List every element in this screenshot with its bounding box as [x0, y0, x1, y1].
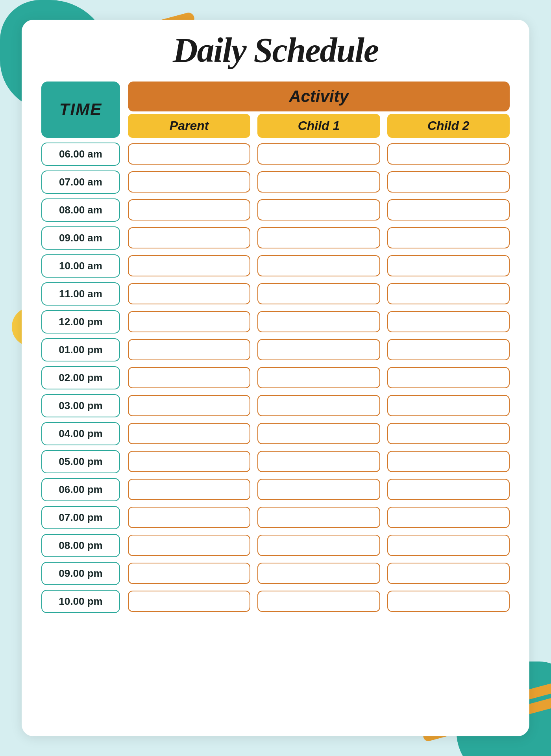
table-row: 05.00 pm — [41, 450, 510, 473]
time-cell: 01.00 pm — [41, 338, 120, 361]
activity-input-cell[interactable] — [387, 255, 510, 276]
time-header-cell: TIME — [41, 82, 120, 138]
table-row: 07.00 pm — [41, 506, 510, 529]
activity-input-cell[interactable] — [387, 199, 510, 220]
activity-input-cell[interactable] — [128, 199, 250, 220]
activity-input-cell[interactable] — [257, 171, 380, 193]
activity-input-cell[interactable] — [387, 143, 510, 165]
activity-input-cell[interactable] — [257, 479, 380, 500]
activity-input-cell[interactable] — [387, 339, 510, 360]
activity-cells — [128, 255, 510, 276]
table-row: 12.00 pm — [41, 310, 510, 334]
activity-input-cell[interactable] — [128, 311, 250, 332]
activity-cells — [128, 339, 510, 360]
activity-input-cell[interactable] — [128, 171, 250, 193]
activity-main-label: Activity — [289, 87, 349, 106]
activity-input-cell[interactable] — [128, 423, 250, 444]
activity-input-cell[interactable] — [387, 283, 510, 304]
child1-label: Child 1 — [298, 119, 340, 133]
activity-input-cell[interactable] — [257, 423, 380, 444]
activity-input-cell[interactable] — [257, 507, 380, 528]
sub-headers: Parent Child 1 Child 2 — [128, 114, 510, 138]
table-row: 02.00 pm — [41, 366, 510, 389]
table-row: 10.00 am — [41, 254, 510, 278]
time-cell: 06.00 pm — [41, 478, 120, 501]
time-label: 11.00 am — [59, 288, 102, 300]
time-label: 06.00 am — [59, 148, 102, 160]
activity-input-cell[interactable] — [128, 255, 250, 276]
activity-input-cell[interactable] — [387, 311, 510, 332]
activity-input-cell[interactable] — [257, 339, 380, 360]
activity-input-cell[interactable] — [128, 395, 250, 416]
activity-input-cell[interactable] — [387, 423, 510, 444]
activity-input-cell[interactable] — [387, 535, 510, 556]
activity-input-cell[interactable] — [387, 451, 510, 472]
activity-input-cell[interactable] — [128, 479, 250, 500]
activity-input-cell[interactable] — [387, 367, 510, 388]
time-label: 09.00 pm — [59, 567, 102, 579]
activity-input-cell[interactable] — [387, 507, 510, 528]
parent-label: Parent — [170, 119, 209, 133]
activity-cells — [128, 311, 510, 332]
sub-header-child1: Child 1 — [257, 114, 380, 138]
table-row: 08.00 pm — [41, 534, 510, 557]
time-label: 07.00 am — [59, 176, 102, 188]
table-row: 08.00 am — [41, 198, 510, 222]
activity-cells — [128, 395, 510, 416]
activity-input-cell[interactable] — [257, 535, 380, 556]
activity-input-cell[interactable] — [257, 227, 380, 248]
activity-input-cell[interactable] — [128, 339, 250, 360]
activity-input-cell[interactable] — [387, 227, 510, 248]
activity-input-cell[interactable] — [387, 563, 510, 584]
time-label: 09.00 am — [59, 232, 102, 244]
activity-input-cell[interactable] — [257, 395, 380, 416]
activity-input-cell[interactable] — [387, 479, 510, 500]
activity-input-cell[interactable] — [257, 199, 380, 220]
time-cell: 02.00 pm — [41, 366, 120, 389]
activity-input-cell[interactable] — [257, 255, 380, 276]
time-cell: 12.00 pm — [41, 310, 120, 334]
activity-input-cell[interactable] — [257, 591, 380, 612]
table-row: 06.00 am — [41, 143, 510, 166]
time-label: 03.00 pm — [59, 400, 102, 411]
activity-cells — [128, 367, 510, 388]
time-label: 01.00 pm — [59, 344, 102, 356]
time-label: 02.00 pm — [59, 372, 102, 384]
activity-input-cell[interactable] — [128, 367, 250, 388]
activity-input-cell[interactable] — [387, 591, 510, 612]
activity-input-cell[interactable] — [128, 451, 250, 472]
table-row: 07.00 am — [41, 170, 510, 194]
activity-input-cell[interactable] — [387, 171, 510, 193]
time-label: 05.00 pm — [59, 456, 102, 467]
activity-input-cell[interactable] — [128, 563, 250, 584]
activity-input-cell[interactable] — [257, 451, 380, 472]
activity-cells — [128, 563, 510, 584]
activity-section: Activity Parent Child 1 Child 2 — [128, 82, 510, 138]
activity-input-cell[interactable] — [257, 143, 380, 165]
time-cell: 09.00 am — [41, 226, 120, 250]
time-cell: 09.00 pm — [41, 562, 120, 585]
time-label: 08.00 am — [59, 204, 102, 216]
time-cell: 06.00 am — [41, 143, 120, 166]
activity-input-cell[interactable] — [128, 507, 250, 528]
table-header: TIME Activity Parent Child 1 Child 2 — [41, 82, 510, 138]
time-label: 10.00 am — [59, 260, 102, 272]
activity-input-cell[interactable] — [387, 395, 510, 416]
table-row: 09.00 am — [41, 226, 510, 250]
activity-input-cell[interactable] — [128, 535, 250, 556]
activity-cells — [128, 507, 510, 528]
activity-input-cell[interactable] — [128, 143, 250, 165]
table-row: 01.00 pm — [41, 338, 510, 361]
activity-input-cell[interactable] — [257, 563, 380, 584]
activity-input-cell[interactable] — [128, 227, 250, 248]
activity-input-cell[interactable] — [257, 367, 380, 388]
page-title: Daily Schedule — [41, 32, 510, 70]
activity-input-cell[interactable] — [257, 311, 380, 332]
activity-input-cell[interactable] — [257, 283, 380, 304]
activity-cells — [128, 227, 510, 248]
time-cell: 07.00 am — [41, 170, 120, 194]
activity-input-cell[interactable] — [128, 283, 250, 304]
table-row: 10.00 pm — [41, 590, 510, 613]
time-label: 08.00 pm — [59, 539, 102, 551]
activity-input-cell[interactable] — [128, 591, 250, 612]
